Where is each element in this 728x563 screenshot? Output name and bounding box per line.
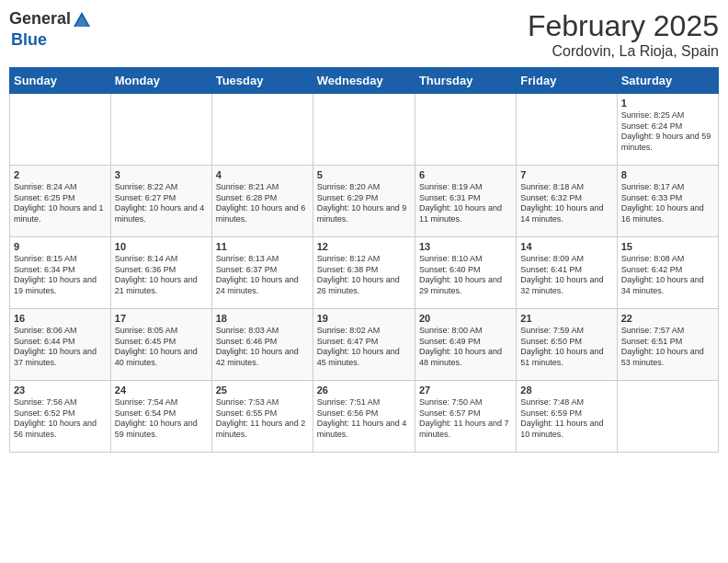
day-info-3: Sunrise: 8:22 AM Sunset: 6:27 PM Dayligh…: [115, 182, 208, 225]
day-number-16: 16: [14, 313, 107, 324]
day-info-18: Sunrise: 8:03 AM Sunset: 6:46 PM Dayligh…: [216, 326, 309, 369]
header-saturday: Saturday: [617, 68, 718, 94]
title-area: February 2025 Cordovin, La Rioja, Spain: [528, 9, 719, 60]
day-info-15: Sunrise: 8:08 AM Sunset: 6:42 PM Dayligh…: [621, 254, 714, 297]
calendar-cell-25: 20Sunrise: 8:00 AM Sunset: 6:49 PM Dayli…: [415, 309, 516, 381]
calendar-cell-4: [415, 94, 516, 166]
calendar-row-1: 2Sunrise: 8:24 AM Sunset: 6:25 PM Daylig…: [10, 166, 719, 237]
calendar-cell-2: [211, 94, 313, 166]
calendar-cell-26: 21Sunrise: 7:59 AM Sunset: 6:50 PM Dayli…: [517, 309, 617, 381]
day-number-12: 12: [317, 241, 411, 252]
calendar-row-2: 9Sunrise: 8:15 AM Sunset: 6:34 PM Daylig…: [10, 237, 719, 309]
calendar: Sunday Monday Tuesday Wednesday Thursday…: [9, 67, 719, 453]
day-info-2: Sunrise: 8:24 AM Sunset: 6:25 PM Dayligh…: [14, 182, 107, 225]
day-info-4: Sunrise: 8:21 AM Sunset: 6:28 PM Dayligh…: [216, 182, 309, 225]
calendar-cell-23: 18Sunrise: 8:03 AM Sunset: 6:46 PM Dayli…: [211, 309, 313, 381]
day-number-20: 20: [419, 313, 512, 324]
calendar-cell-17: 12Sunrise: 8:12 AM Sunset: 6:38 PM Dayli…: [313, 237, 415, 309]
day-info-27: Sunrise: 7:50 AM Sunset: 6:57 PM Dayligh…: [419, 397, 512, 441]
day-info-5: Sunrise: 8:20 AM Sunset: 6:29 PM Dayligh…: [317, 182, 411, 225]
calendar-cell-3: [313, 94, 415, 166]
day-number-4: 4: [216, 169, 309, 180]
day-info-12: Sunrise: 8:12 AM Sunset: 6:38 PM Dayligh…: [317, 254, 411, 297]
day-info-11: Sunrise: 8:13 AM Sunset: 6:37 PM Dayligh…: [216, 254, 309, 297]
day-number-19: 19: [317, 313, 411, 324]
day-info-6: Sunrise: 8:19 AM Sunset: 6:31 PM Dayligh…: [419, 182, 512, 225]
header-thursday: Thursday: [415, 68, 516, 94]
calendar-cell-13: 8Sunrise: 8:17 AM Sunset: 6:33 PM Daylig…: [617, 166, 718, 237]
day-number-11: 11: [216, 241, 309, 252]
day-info-22: Sunrise: 7:57 AM Sunset: 6:51 PM Dayligh…: [621, 326, 714, 369]
day-number-10: 10: [115, 241, 208, 252]
day-number-5: 5: [317, 169, 411, 180]
day-info-10: Sunrise: 8:14 AM Sunset: 6:36 PM Dayligh…: [115, 254, 208, 297]
main-title: February 2025: [528, 9, 719, 43]
day-number-3: 3: [115, 169, 208, 180]
day-info-19: Sunrise: 8:02 AM Sunset: 6:47 PM Dayligh…: [317, 326, 411, 369]
calendar-cell-16: 11Sunrise: 8:13 AM Sunset: 6:37 PM Dayli…: [211, 237, 313, 309]
calendar-cell-8: 3Sunrise: 8:22 AM Sunset: 6:27 PM Daylig…: [110, 166, 211, 237]
day-number-8: 8: [621, 169, 714, 180]
day-info-24: Sunrise: 7:54 AM Sunset: 6:54 PM Dayligh…: [115, 397, 208, 441]
calendar-cell-27: 22Sunrise: 7:57 AM Sunset: 6:51 PM Dayli…: [617, 309, 718, 381]
day-info-14: Sunrise: 8:09 AM Sunset: 6:41 PM Dayligh…: [520, 254, 612, 297]
header: General Blue February 2025 Cordovin, La …: [9, 9, 719, 60]
calendar-cell-1: [110, 94, 211, 166]
day-info-23: Sunrise: 7:56 AM Sunset: 6:52 PM Dayligh…: [14, 397, 107, 441]
calendar-cell-20: 15Sunrise: 8:08 AM Sunset: 6:42 PM Dayli…: [617, 237, 718, 309]
weekday-header-row: Sunday Monday Tuesday Wednesday Thursday…: [10, 68, 719, 94]
header-monday: Monday: [110, 68, 211, 94]
day-info-20: Sunrise: 8:00 AM Sunset: 6:49 PM Dayligh…: [419, 326, 512, 369]
day-number-9: 9: [14, 241, 107, 252]
day-number-14: 14: [520, 241, 612, 252]
day-number-25: 25: [216, 385, 309, 396]
calendar-cell-15: 10Sunrise: 8:14 AM Sunset: 6:36 PM Dayli…: [110, 237, 211, 309]
day-info-13: Sunrise: 8:10 AM Sunset: 6:40 PM Dayligh…: [419, 254, 512, 297]
calendar-row-4: 23Sunrise: 7:56 AM Sunset: 6:52 PM Dayli…: [10, 381, 719, 453]
calendar-cell-5: [517, 94, 617, 166]
logo: General Blue: [9, 9, 93, 50]
calendar-cell-7: 2Sunrise: 8:24 AM Sunset: 6:25 PM Daylig…: [10, 166, 111, 237]
calendar-cell-32: 27Sunrise: 7:50 AM Sunset: 6:57 PM Dayli…: [415, 381, 516, 453]
day-number-6: 6: [419, 169, 512, 180]
sub-title: Cordovin, La Rioja, Spain: [528, 43, 719, 60]
calendar-cell-14: 9Sunrise: 8:15 AM Sunset: 6:34 PM Daylig…: [10, 237, 111, 309]
day-number-18: 18: [216, 313, 309, 324]
day-number-22: 22: [621, 313, 714, 324]
calendar-cell-28: 23Sunrise: 7:56 AM Sunset: 6:52 PM Dayli…: [10, 381, 111, 453]
day-info-8: Sunrise: 8:17 AM Sunset: 6:33 PM Dayligh…: [621, 182, 714, 225]
day-number-26: 26: [317, 385, 411, 396]
day-info-9: Sunrise: 8:15 AM Sunset: 6:34 PM Dayligh…: [14, 254, 107, 297]
calendar-cell-29: 24Sunrise: 7:54 AM Sunset: 6:54 PM Dayli…: [110, 381, 211, 453]
calendar-cell-21: 16Sunrise: 8:06 AM Sunset: 6:44 PM Dayli…: [10, 309, 111, 381]
day-info-17: Sunrise: 8:05 AM Sunset: 6:45 PM Dayligh…: [115, 326, 208, 369]
header-wednesday: Wednesday: [313, 68, 415, 94]
day-number-27: 27: [419, 385, 512, 396]
day-number-15: 15: [621, 241, 714, 252]
logo-general: General: [9, 9, 71, 28]
calendar-cell-22: 17Sunrise: 8:05 AM Sunset: 6:45 PM Dayli…: [110, 309, 211, 381]
header-friday: Friday: [517, 68, 617, 94]
day-number-28: 28: [520, 385, 612, 396]
calendar-cell-34: [617, 381, 718, 453]
header-sunday: Sunday: [10, 68, 111, 94]
calendar-cell-12: 7Sunrise: 8:18 AM Sunset: 6:32 PM Daylig…: [517, 166, 617, 237]
day-number-23: 23: [14, 385, 107, 396]
calendar-cell-33: 28Sunrise: 7:48 AM Sunset: 6:59 PM Dayli…: [517, 381, 617, 453]
day-info-16: Sunrise: 8:06 AM Sunset: 6:44 PM Dayligh…: [14, 326, 107, 369]
calendar-row-0: 1Sunrise: 8:25 AM Sunset: 6:24 PM Daylig…: [10, 94, 719, 166]
calendar-row-3: 16Sunrise: 8:06 AM Sunset: 6:44 PM Dayli…: [10, 309, 719, 381]
day-info-25: Sunrise: 7:53 AM Sunset: 6:55 PM Dayligh…: [216, 397, 309, 441]
calendar-cell-10: 5Sunrise: 8:20 AM Sunset: 6:29 PM Daylig…: [313, 166, 415, 237]
calendar-cell-0: [10, 94, 111, 166]
day-info-28: Sunrise: 7:48 AM Sunset: 6:59 PM Dayligh…: [520, 397, 612, 441]
day-info-26: Sunrise: 7:51 AM Sunset: 6:56 PM Dayligh…: [317, 397, 411, 441]
logo-text: General Blue: [9, 9, 93, 50]
day-info-1: Sunrise: 8:25 AM Sunset: 6:24 PM Dayligh…: [621, 110, 714, 154]
day-info-7: Sunrise: 8:18 AM Sunset: 6:32 PM Dayligh…: [520, 182, 612, 225]
day-number-13: 13: [419, 241, 512, 252]
day-number-21: 21: [520, 313, 612, 324]
day-number-17: 17: [115, 313, 208, 324]
calendar-cell-9: 4Sunrise: 8:21 AM Sunset: 6:28 PM Daylig…: [211, 166, 313, 237]
day-number-7: 7: [520, 169, 612, 180]
